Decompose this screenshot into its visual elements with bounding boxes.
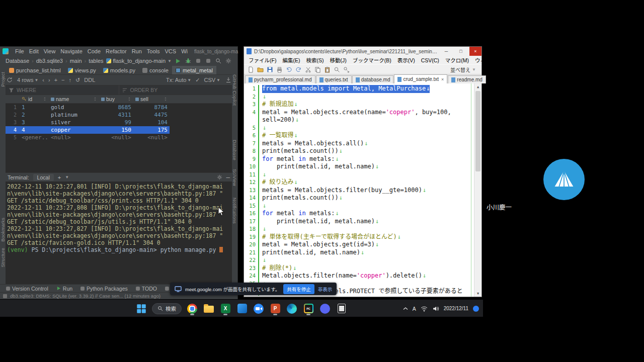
edge-taskbar-icon[interactable] — [286, 302, 298, 315]
export-icon[interactable] — [224, 76, 232, 84]
close-icon[interactable]: × — [469, 47, 481, 56]
column-header-name[interactable]: name — [49, 95, 99, 103]
table-row-1[interactable]: 11gold86858784 — [6, 104, 170, 111]
statusbar-version-control[interactable]: Version Control — [6, 286, 48, 292]
chevron-up-icon[interactable] — [403, 307, 408, 311]
chrome-taskbar-icon[interactable] — [186, 302, 198, 315]
menu-item-refactor[interactable]: Refactor — [103, 48, 129, 54]
previous-page-icon[interactable]: ‹ — [42, 77, 44, 83]
debug-button[interactable] — [184, 57, 192, 65]
code-line[interactable]: 7metals = Metal.objects.all()↓ — [244, 140, 474, 148]
editor-area[interactable]: 1from metal.models import Metal, MetalPu… — [244, 83, 481, 297]
row-count-selector[interactable]: 4 rows ▼ — [17, 77, 38, 83]
scroll-up-icon[interactable]: ▲ — [474, 83, 481, 90]
breadcrumb-item-db3-sqlite3[interactable]: db3.sqlite3 — [36, 58, 63, 64]
vscode-taskbar-icon[interactable] — [236, 302, 248, 315]
zoom-taskbar-icon[interactable] — [253, 302, 265, 315]
hide-bar-button[interactable]: 非表示 — [318, 286, 333, 293]
code-line[interactable]: 16for metal in metals:↓ — [244, 210, 474, 218]
notepad-taskbar-icon[interactable] — [336, 302, 348, 315]
editor-menu-s[interactable]: 検索(S) — [303, 56, 327, 64]
code-line[interactable]: 6# 一覧取得↓ — [244, 132, 474, 140]
column-header-id[interactable]: id — [20, 95, 49, 103]
editor-menu-v[interactable]: 表示(V) — [394, 56, 418, 64]
editor-menu-j[interactable]: 移動(J) — [327, 56, 349, 64]
table-row-2[interactable]: 22platinum43114475 — [6, 111, 170, 119]
wifi-icon[interactable] — [421, 306, 428, 312]
editor-menu-f[interactable]: ファイル(F) — [246, 56, 279, 64]
editor-tab-crud-sample-txt[interactable]: crud_sample.txt× — [394, 74, 447, 83]
menu-item-vcs[interactable]: VCS — [163, 48, 179, 54]
column-header-buy[interactable]: buy — [99, 95, 133, 103]
order-by-filter-input[interactable]: ORDER BY — [119, 85, 232, 95]
menu-item-run[interactable]: Run — [129, 48, 144, 54]
terminal-tab-local[interactable]: Local — [33, 174, 54, 181]
code-line[interactable]: 2↓ — [244, 93, 474, 101]
code-line[interactable]: 20metal = Metal.objects.get(id=3)↓ — [244, 241, 474, 249]
next-page-icon[interactable]: › — [48, 77, 50, 83]
menu-item-tools[interactable]: Tools — [144, 48, 163, 54]
editor-tab-queries-txt[interactable]: queries.txt — [316, 75, 352, 83]
tab-models-py[interactable]: models.py — [100, 66, 139, 74]
where-filter-input[interactable]: WHERE — [6, 85, 119, 95]
ime-indicator[interactable]: A — [413, 306, 416, 312]
tab-purchase-list-html[interactable]: purchase_list.html — [6, 66, 64, 74]
stop-sharing-button[interactable]: 共有を停止 — [283, 284, 314, 294]
clock-date[interactable]: 2022/12/11 — [444, 306, 468, 311]
tool-stripe-notifications[interactable]: Notifications — [232, 198, 237, 224]
tab-console[interactable]: console — [139, 66, 172, 74]
reload-icon[interactable] — [6, 76, 13, 84]
tab-metal-metal[interactable]: metal_metal — [172, 66, 216, 74]
code-line[interactable]: 8print(metals.count())↓ — [244, 147, 474, 155]
editor-menu-m[interactable]: マクロ(M) — [442, 56, 472, 64]
search-icon[interactable] — [333, 65, 341, 74]
new-file-icon[interactable] — [247, 65, 255, 74]
code-line[interactable]: 19# 単体を取得(主キーで取得する場合がほとんど)↓ — [244, 233, 474, 241]
chevron-down-icon[interactable]: ▼ — [65, 175, 69, 179]
code-line[interactable]: 3# 新規追加↓ — [244, 101, 474, 109]
profiler-icon[interactable] — [204, 57, 212, 65]
notification-indicator[interactable] — [473, 306, 479, 312]
pycharm-taskbar-icon[interactable]: PC — [302, 302, 314, 315]
submit-icon[interactable]: ↑ — [69, 77, 72, 83]
settings-gear-icon[interactable] — [224, 57, 232, 65]
start-button[interactable] — [135, 302, 147, 315]
undo-icon[interactable] — [285, 65, 293, 74]
tool-stripe-structure[interactable]: Structure — [0, 248, 6, 267]
paste-icon[interactable] — [323, 65, 332, 74]
close-tab-icon[interactable]: × — [441, 77, 444, 82]
code-line[interactable]: 12# 絞り込み↓ — [244, 178, 474, 187]
editor-tab-pycharm-professional-md[interactable]: pycharm_professional.md — [245, 75, 315, 83]
code-line[interactable]: 13metals = Metal.objects.filter(buy__gte… — [244, 187, 474, 195]
tool-stripe-github-copilot[interactable]: GitHub Copilot — [232, 74, 237, 106]
editor-tab-readme-md[interactable]: readme.md — [448, 75, 486, 83]
code-line[interactable]: 18↓ — [244, 225, 474, 233]
export-format-selector[interactable]: CSV ▼ — [204, 77, 220, 83]
code-line[interactable]: sell=200)↓ — [244, 116, 474, 124]
code-line[interactable]: 22↓ — [244, 256, 474, 264]
editor-menu-b[interactable]: ブックマーク(B) — [350, 56, 394, 64]
code-line[interactable]: 23# 削除(*)↓ — [244, 264, 474, 273]
print-icon[interactable] — [275, 65, 284, 74]
code-area[interactable]: 1from metal.models import Metal, MetalPu… — [244, 83, 474, 297]
tool-stripe-database[interactable]: Database — [232, 140, 237, 160]
save-icon[interactable] — [266, 65, 274, 74]
open-file-icon[interactable] — [256, 65, 265, 74]
explorer-taskbar-icon[interactable] — [203, 302, 215, 315]
discord-taskbar-icon[interactable] — [319, 302, 331, 315]
copy-icon[interactable] — [313, 65, 322, 74]
code-line[interactable]: 11↓ — [244, 171, 474, 179]
code-line[interactable]: 21print(metal.id, metal.name)↓ — [244, 249, 474, 257]
new-terminal-icon[interactable]: + — [58, 174, 61, 180]
tool-stripe-sciview[interactable]: SciView — [232, 169, 237, 186]
table-row-5[interactable]: 5<gener...<null><null><null> — [6, 134, 170, 141]
code-line[interactable]: 1from metal.models import Metal, MetalPu… — [244, 85, 474, 93]
tab-views-py[interactable]: views.py — [64, 66, 100, 74]
statusbar-run[interactable]: Run — [56, 286, 72, 292]
breadcrumb-item-tables[interactable]: tables — [89, 58, 103, 64]
editor-titlebar[interactable]: D:\Dropbox\galapagos\contents\lecture\Py… — [244, 47, 481, 56]
breadcrumb-item-main[interactable]: main — [70, 58, 82, 64]
ddl-button[interactable]: DDL — [84, 77, 95, 83]
search-everywhere-icon[interactable] — [214, 57, 222, 65]
table-row-4[interactable]: 44copper150175 — [6, 126, 170, 134]
